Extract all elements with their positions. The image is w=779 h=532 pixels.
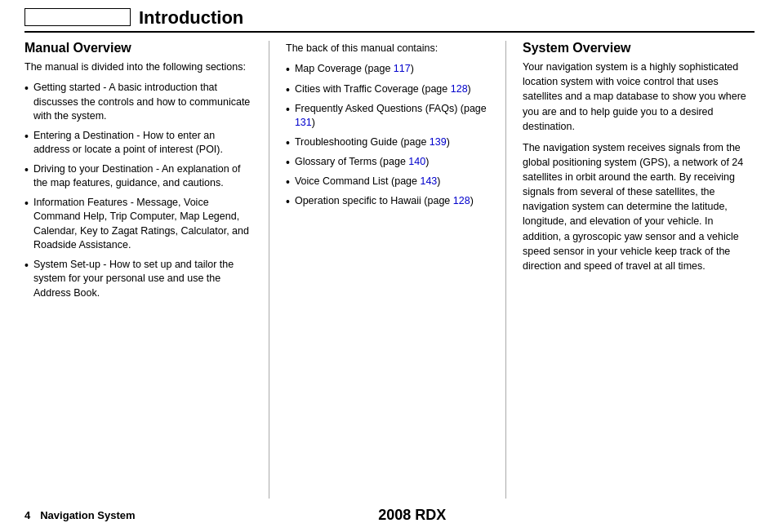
footer-page-number: 4 [24, 509, 30, 521]
footer-left: 4 Navigation System [24, 509, 136, 521]
footer-nav-system-label: Navigation System [40, 509, 135, 521]
page-link[interactable]: 131 [295, 117, 312, 128]
header-area: Introduction [24, 8, 755, 28]
list-item: Driving to your Destination - An explana… [24, 162, 252, 191]
list-item: Frequently Asked Questions (FAQs) (page … [286, 102, 489, 131]
list-item: Map Coverage (page 117) [286, 62, 489, 77]
list-item: Entering a Destination - How to enter an… [24, 129, 252, 157]
page-link[interactable]: 139 [430, 136, 447, 148]
columns-container: Manual Overview The manual is divided in… [24, 41, 755, 499]
list-item: Glossary of Terms (page 140) [286, 155, 489, 170]
header-box [24, 8, 131, 26]
list-item: Information Features - Message, Voice Co… [24, 196, 252, 253]
page-link[interactable]: 128 [453, 195, 470, 206]
list-item: Troubleshooting Guide (page 139) [286, 135, 489, 150]
page-link[interactable]: 140 [408, 156, 425, 167]
list-item: Voice Command List (page 143) [286, 175, 489, 189]
page-link[interactable]: 117 [394, 63, 411, 74]
right-column: System Overview Your navigation system i… [506, 41, 755, 499]
system-overview-para2: The navigation system receives signals f… [523, 140, 755, 273]
left-column: Manual Overview The manual is divided in… [24, 41, 269, 499]
system-overview-title: System Overview [523, 41, 755, 55]
middle-list: Map Coverage (page 117) Cities with Traf… [286, 62, 489, 209]
list-item: Getting started - A basic introduction t… [24, 81, 252, 124]
footer: 4 Navigation System 2008 RDX [24, 503, 755, 524]
middle-column: The back of this manual contains: Map Co… [269, 41, 506, 499]
manual-overview-intro: The manual is divided into the following… [24, 60, 252, 74]
list-item: Operation specific to Hawaii (page 128) [286, 194, 489, 209]
page-link[interactable]: 143 [420, 175, 437, 187]
system-overview-para1: Your navigation system is a highly sophi… [523, 60, 755, 134]
list-item: Cities with Traffic Coverage (page 128) [286, 82, 489, 97]
manual-overview-list: Getting started - A basic introduction t… [24, 81, 252, 300]
middle-intro: The back of this manual contains: [286, 41, 489, 55]
manual-overview-title: Manual Overview [24, 41, 252, 55]
header-divider [24, 31, 755, 33]
page-title: Introduction [139, 8, 243, 28]
page-container: Introduction Manual Overview The manual … [0, 0, 779, 532]
list-item: System Set-up - How to set up and tailor… [24, 258, 252, 301]
page-link[interactable]: 128 [451, 83, 468, 95]
footer-model-label: 2008 RDX [136, 507, 689, 524]
